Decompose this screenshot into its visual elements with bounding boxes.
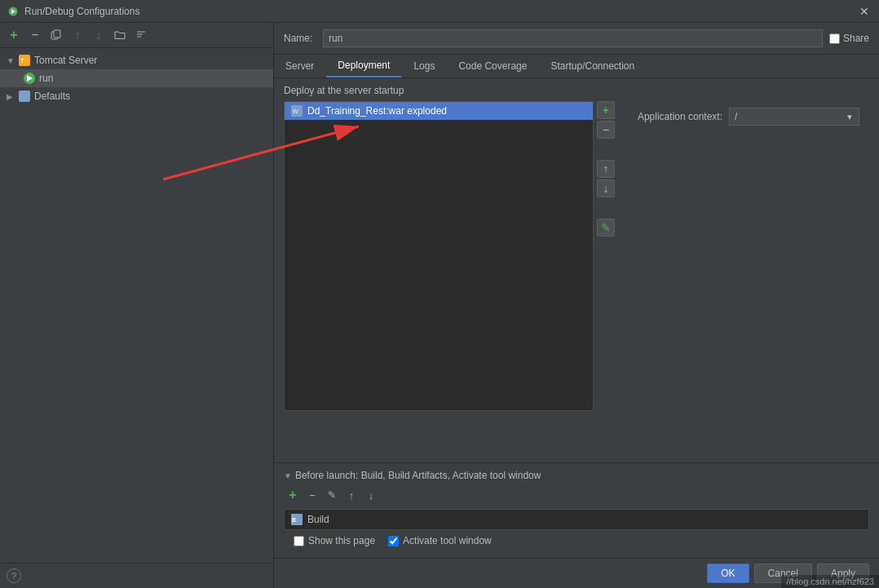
tab-logs[interactable]: Logs (402, 55, 447, 77)
title-bar: Run/Debug Configurations ✕ (0, 0, 879, 23)
app-context-select[interactable]: / ▼ (729, 108, 859, 126)
deploy-header: Deploy at the server startup (284, 85, 869, 96)
sort-button[interactable] (132, 26, 150, 44)
title-bar-icon (7, 5, 20, 18)
name-label: Name: (284, 33, 316, 44)
watermark: //blog.csdn.net/hzf623 (781, 575, 879, 588)
tab-startup-connection[interactable]: Startup/Connection (539, 55, 647, 77)
tabs-bar: Server Deployment Logs Code Coverage Sta… (274, 55, 879, 78)
bl-add-button[interactable]: + (284, 486, 302, 504)
move-down-button[interactable]: ↓ (90, 26, 108, 44)
help-button[interactable]: ? (7, 568, 21, 583)
svg-text:T: T (20, 57, 24, 64)
right-panel: Name: Share Server Deployment Logs Code … (274, 23, 879, 588)
deploy-list: W Dd_Training_Rest:war exploded (284, 101, 594, 411)
deploy-spacer2 (597, 199, 615, 217)
tomcat-server-label: Tomcat Server (34, 55, 97, 66)
defaults-expand-arrow: ▶ (7, 92, 16, 101)
title-bar-title: Run/Debug Configurations (24, 6, 856, 17)
bl-item-label-build: Build (307, 514, 329, 525)
activate-tool-checkbox[interactable] (388, 536, 399, 546)
tomcat-server-icon: T (18, 54, 31, 67)
deploy-add-button[interactable]: + (597, 101, 615, 119)
add-config-button[interactable]: + (5, 26, 23, 44)
copy-config-button[interactable] (47, 26, 65, 44)
deploy-item-label-0: Dd_Training_Rest:war exploded (307, 105, 447, 117)
share-label: Share (843, 33, 869, 44)
deploy-remove-button[interactable]: − (597, 121, 615, 139)
left-panel: + − ↑ ↓ (0, 23, 274, 588)
deploy-side-buttons: + − ↑ ↓ ✎ (594, 101, 615, 456)
folder-button[interactable] (111, 26, 129, 44)
tree-item-tomcat-server[interactable]: ▼ T Tomcat Server (0, 51, 273, 69)
left-bottom: ? (0, 563, 273, 588)
tree-item-defaults[interactable]: ▶ Defaults (0, 87, 273, 105)
bl-down-button[interactable]: ↓ (362, 486, 380, 504)
defaults-icon (18, 90, 31, 103)
before-launch-list: B Build (284, 509, 869, 530)
svg-text:W: W (293, 108, 298, 114)
deploy-item-icon-0: W (291, 105, 303, 117)
app-context-area: Application context: / ▼ (628, 101, 869, 132)
bl-edit-button[interactable]: ✎ (323, 486, 341, 504)
left-toolbar: + − ↑ ↓ (0, 23, 273, 48)
deploy-down-button[interactable]: ↓ (597, 179, 615, 197)
activate-tool-option: Activate tool window (388, 535, 492, 546)
close-button[interactable]: ✕ (856, 3, 872, 20)
app-context-dropdown-icon: ▼ (846, 113, 854, 122)
app-context-label: Application context: (638, 111, 722, 122)
deploy-spacer (597, 140, 615, 158)
bl-item-build[interactable]: B Build (286, 511, 867, 528)
show-page-label: Show this page (308, 535, 375, 546)
deploy-list-area: W Dd_Training_Rest:war exploded + − (284, 101, 615, 456)
content-area: Deploy at the server startup W (274, 78, 879, 558)
bl-build-icon: B (291, 514, 303, 525)
run-config-icon (23, 72, 36, 85)
bottom-options: Show this page Activate tool window (284, 530, 869, 551)
tab-server[interactable]: Server (274, 55, 326, 77)
svg-text:B: B (292, 517, 296, 523)
run-config-label: run (39, 73, 53, 84)
tab-code-coverage[interactable]: Code Coverage (447, 55, 539, 77)
deploy-up-button[interactable]: ↑ (597, 160, 615, 178)
share-checkbox[interactable] (829, 33, 840, 44)
ok-button[interactable]: OK (707, 564, 749, 583)
defaults-label: Defaults (34, 91, 70, 102)
name-input[interactable] (323, 29, 823, 47)
tree-item-run[interactable]: run (0, 69, 273, 87)
tab-deployment[interactable]: Deployment (326, 55, 402, 77)
svg-rect-11 (19, 91, 30, 102)
deploy-item-0[interactable]: W Dd_Training_Rest:war exploded (285, 102, 593, 120)
show-page-option: Show this page (294, 535, 375, 546)
show-page-checkbox[interactable] (294, 536, 304, 546)
name-row: Name: Share (274, 23, 879, 55)
before-launch-toolbar: + − ✎ ↑ ↓ (284, 486, 869, 504)
before-launch-arrow: ▼ (284, 471, 292, 480)
activate-tool-label: Activate tool window (403, 535, 492, 546)
app-context-value: / (735, 111, 737, 122)
bl-up-button[interactable]: ↑ (342, 486, 360, 504)
before-launch-section: ▼ Before launch: Build, Build Artifacts,… (274, 462, 879, 558)
deploy-section: Deploy at the server startup W (274, 78, 879, 462)
svg-rect-3 (54, 30, 60, 38)
share-area: Share (829, 33, 869, 44)
move-up-button[interactable]: ↑ (68, 26, 86, 44)
tree-expand-arrow: ▼ (7, 56, 16, 65)
deploy-edit-button[interactable]: ✎ (597, 219, 615, 237)
remove-config-button[interactable]: − (26, 26, 44, 44)
main-layout: + − ↑ ↓ (0, 23, 879, 588)
bl-remove-button[interactable]: − (303, 486, 321, 504)
before-launch-header[interactable]: ▼ Before launch: Build, Build Artifacts,… (284, 470, 869, 481)
before-launch-title: Before launch: Build, Build Artifacts, A… (295, 470, 541, 481)
left-tree: ▼ T Tomcat Server run (0, 48, 273, 563)
